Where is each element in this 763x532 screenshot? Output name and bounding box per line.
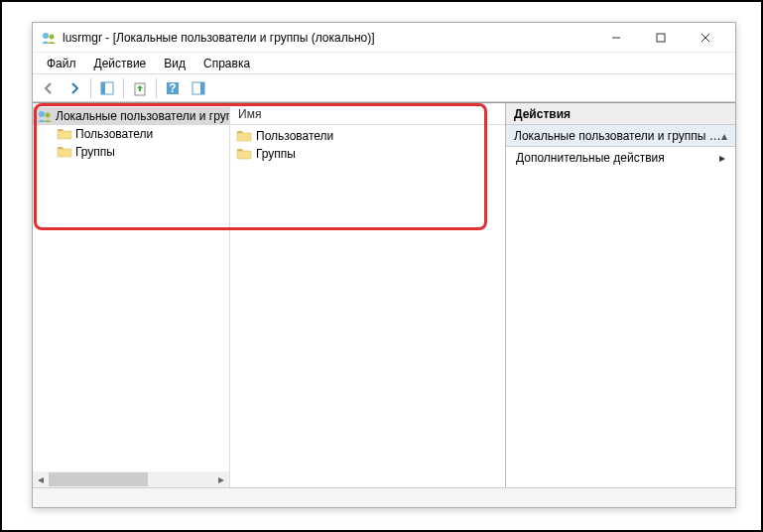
actions-section-label: Локальные пользователи и группы (л... bbox=[514, 129, 721, 143]
toolbar-back-button[interactable] bbox=[37, 76, 61, 100]
tree-item-label: Пользователи bbox=[75, 127, 153, 141]
scroll-right-arrow[interactable]: ▸ bbox=[213, 471, 229, 487]
svg-rect-9 bbox=[657, 34, 665, 42]
titlebar: lusrmgr - [Локальные пользователи и груп… bbox=[33, 23, 735, 53]
toolbar bbox=[33, 74, 735, 102]
folder-icon bbox=[57, 126, 72, 142]
tree-root-label: Локальные пользователи и группы bbox=[56, 109, 229, 123]
menu-view[interactable]: Вид bbox=[156, 55, 193, 72]
scroll-left-arrow[interactable]: ◂ bbox=[33, 471, 49, 487]
toolbar-help-button[interactable] bbox=[161, 76, 185, 100]
list-item-label: Пользователи bbox=[256, 129, 333, 143]
toolbar-show-actions-button[interactable] bbox=[187, 76, 210, 100]
submenu-arrow-icon: ▸ bbox=[719, 151, 725, 165]
menu-help[interactable]: Справка bbox=[195, 55, 258, 72]
tree-item-groups[interactable]: Группы bbox=[33, 143, 229, 161]
toolbar-separator bbox=[90, 78, 91, 98]
list-item-users[interactable]: Пользователи bbox=[230, 127, 505, 145]
scroll-thumb[interactable] bbox=[49, 472, 148, 486]
window-title: lusrmgr - [Локальные пользователи и груп… bbox=[63, 31, 593, 45]
column-name: Имя bbox=[238, 107, 261, 121]
toolbar-export-button[interactable] bbox=[128, 76, 152, 100]
maximize-button[interactable] bbox=[638, 24, 683, 52]
tree-item-label: Группы bbox=[75, 145, 115, 159]
list-item-groups[interactable]: Группы bbox=[230, 145, 505, 163]
menu-action[interactable]: Действие bbox=[86, 55, 155, 72]
body-area: Локальные пользователи и группы Пользова… bbox=[33, 102, 735, 487]
tree-item-users[interactable]: Пользователи bbox=[33, 125, 229, 143]
actions-section[interactable]: Локальные пользователи и группы (л... ▴ bbox=[506, 125, 735, 147]
minimize-button[interactable] bbox=[593, 24, 638, 52]
collapse-icon: ▴ bbox=[721, 129, 727, 143]
folder-icon bbox=[236, 128, 252, 144]
window: lusrmgr - [Локальные пользователи и груп… bbox=[32, 22, 736, 508]
list-header[interactable]: Имя bbox=[230, 103, 505, 125]
tree-pane: Локальные пользователи и группы Пользова… bbox=[33, 103, 229, 487]
app-icon bbox=[41, 30, 57, 46]
horizontal-scrollbar[interactable]: ◂ ▸ bbox=[33, 471, 229, 487]
close-button[interactable] bbox=[683, 24, 727, 52]
list-item-label: Группы bbox=[256, 147, 296, 161]
menu-file[interactable]: Файл bbox=[39, 55, 84, 72]
toolbar-show-tree-button[interactable] bbox=[95, 76, 119, 100]
actions-more[interactable]: Дополнительные действия ▸ bbox=[506, 147, 735, 169]
actions-pane: Действия Локальные пользователи и группы… bbox=[505, 103, 735, 487]
folder-icon bbox=[57, 144, 72, 160]
actions-more-label: Дополнительные действия bbox=[516, 151, 665, 165]
users-groups-icon bbox=[37, 108, 53, 124]
toolbar-separator bbox=[123, 78, 124, 98]
tree-root-node[interactable]: Локальные пользователи и группы bbox=[33, 107, 229, 125]
folder-icon bbox=[236, 146, 252, 162]
list-pane: Имя Пользователи Группы bbox=[229, 103, 505, 487]
statusbar bbox=[33, 487, 735, 507]
toolbar-forward-button[interactable] bbox=[63, 76, 86, 100]
actions-header: Действия bbox=[506, 103, 735, 125]
menubar: Файл Действие Вид Справка bbox=[33, 53, 735, 74]
toolbar-separator bbox=[156, 78, 157, 98]
